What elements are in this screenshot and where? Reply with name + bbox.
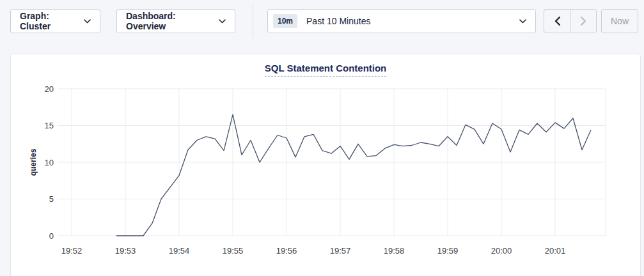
now-button-label: Now [611,16,629,26]
chevron-left-icon [554,17,560,26]
chevron-right-icon [581,17,586,26]
chevron-down-icon [519,19,526,24]
prev-time-button[interactable] [544,10,570,33]
chart-card: SQL Statement Contention [10,54,641,276]
dashboard-dropdown-label: Dashboard: Overview [126,11,212,31]
next-time-button[interactable] [570,10,596,33]
chevron-down-icon [84,19,91,24]
chevron-down-icon [219,19,226,24]
toolbar-divider [253,4,253,38]
now-button[interactable]: Now [601,9,638,33]
chart-title-row: SQL Statement Contention [11,54,640,77]
graph-dropdown[interactable]: Graph: Cluster [10,9,100,33]
time-range-select[interactable]: 10m Past 10 Minutes [267,9,536,33]
dashboard-dropdown[interactable]: Dashboard: Overview [116,9,235,33]
chart-title[interactable]: SQL Statement Contention [265,63,387,77]
time-range-arrow-group [544,9,597,33]
time-range-label: Past 10 Minutes [306,16,513,26]
time-range-badge: 10m [273,14,297,28]
graph-dropdown-label: Graph: Cluster [20,11,77,31]
